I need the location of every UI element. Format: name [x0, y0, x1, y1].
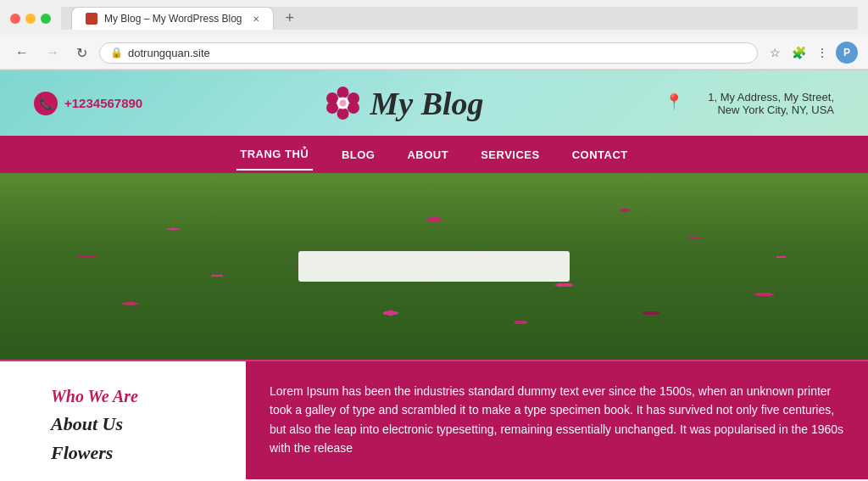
svg-point-0 — [337, 87, 348, 98]
about-content: Lorem Ipsum has been the industries stan… — [246, 361, 868, 479]
site-nav: TRANG THỦ BLOG ABOUT SERVICES CONTACT — [0, 136, 868, 173]
maximize-window-button[interactable] — [41, 14, 51, 24]
phone-number: +1234567890 — [64, 96, 142, 110]
tab-favicon — [86, 13, 97, 25]
site-header: 📞 +1234567890 My Blog 📍 1, My Address, M… — [0, 70, 868, 136]
title-bar: My Blog – My WordPress Blog ✕ + — [0, 0, 868, 36]
nav-bar: ← → ↻ 🔒 dotrungquan.site ☆ 🧩 ⋮ P — [0, 36, 868, 70]
nav-item-services[interactable]: SERVICES — [477, 140, 543, 170]
about-subtitle: Who We Are — [51, 387, 212, 406]
nav-item-blog[interactable]: BLOG — [338, 140, 379, 170]
address-bar[interactable]: 🔒 dotrungquan.site — [99, 42, 758, 64]
logo-flower-icon — [324, 84, 362, 122]
svg-point-2 — [348, 102, 359, 114]
url-text: dotrungquan.site — [128, 47, 210, 59]
extensions-button[interactable]: 🧩 — [788, 42, 809, 63]
svg-point-3 — [337, 108, 348, 120]
header-address: 📍 1, My Address, My Street, New York Cit… — [665, 91, 834, 116]
tab-bar: My Blog – My WordPress Blog ✕ + — [61, 7, 858, 30]
browser-actions: ☆ 🧩 ⋮ P — [765, 42, 858, 64]
about-left-panel: Who We Are About Us Flowers — [0, 361, 246, 479]
active-tab[interactable]: My Blog – My WordPress Blog ✕ — [71, 7, 274, 30]
tab-title: My Blog – My WordPress Blog — [104, 13, 242, 25]
svg-point-5 — [326, 92, 338, 104]
bookmark-button[interactable]: ☆ — [765, 42, 785, 63]
tab-close-button[interactable]: ✕ — [253, 14, 259, 24]
hero-section — [0, 173, 868, 360]
header-phone: 📞 +1234567890 — [34, 92, 142, 115]
about-section: Who We Are About Us Flowers Lorem Ipsum … — [0, 360, 868, 479]
nav-item-trang-thu[interactable]: TRANG THỦ — [236, 139, 313, 171]
back-button[interactable]: ← — [10, 43, 34, 62]
site-logo: My Blog — [324, 84, 484, 122]
hero-search-input[interactable] — [298, 251, 570, 282]
nav-item-about[interactable]: ABOUT — [403, 140, 452, 170]
about-body-text: Lorem Ipsum has been the industries stan… — [270, 382, 844, 458]
lock-icon: 🔒 — [110, 47, 123, 59]
browser-chrome: My Blog – My WordPress Blog ✕ + ← → ↻ 🔒 … — [0, 0, 868, 70]
website-content: 📞 +1234567890 My Blog 📍 1, My Address, M… — [0, 70, 868, 479]
svg-point-7 — [339, 100, 346, 107]
about-title: About Us — [51, 413, 212, 435]
reload-button[interactable]: ↻ — [71, 43, 92, 63]
close-window-button[interactable] — [10, 14, 20, 24]
forward-button[interactable]: → — [41, 43, 64, 62]
nav-item-contact[interactable]: CONTACT — [569, 140, 632, 170]
profile-icon[interactable]: P — [836, 42, 858, 64]
phone-icon: 📞 — [34, 92, 58, 115]
new-tab-button[interactable]: + — [281, 9, 300, 27]
location-icon: 📍 — [665, 92, 683, 111]
about-flowers-label: Flowers — [51, 442, 212, 464]
menu-button[interactable]: ⋮ — [812, 42, 832, 63]
minimize-window-button[interactable] — [25, 14, 36, 24]
window-controls — [10, 14, 51, 24]
address-text: 1, My Address, My Street, New York City,… — [690, 91, 834, 116]
site-logo-text: My Blog — [370, 85, 484, 122]
